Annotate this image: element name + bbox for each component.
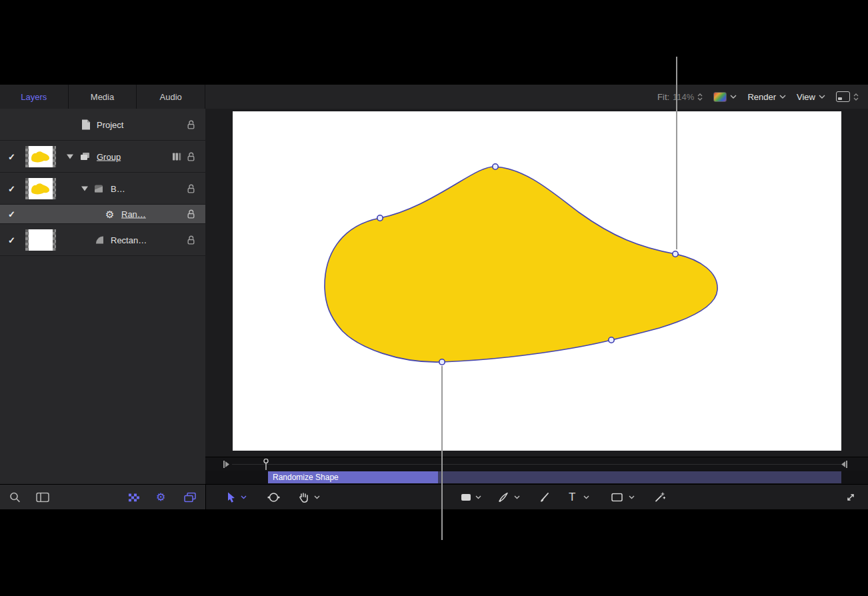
- tab-media[interactable]: Media: [69, 85, 137, 109]
- shape-tool-icon[interactable]: [461, 493, 471, 501]
- behavior-bar-selected[interactable]: Randomize Shape: [268, 471, 438, 483]
- layer-label-blob: B…: [111, 183, 125, 193]
- chevron-down-icon[interactable]: [475, 495, 481, 499]
- activation-checkbox[interactable]: ✓: [8, 209, 15, 219]
- chevron-down-icon[interactable]: [583, 495, 589, 499]
- zoom-control[interactable]: Fit: 114%: [657, 92, 703, 102]
- layer-row-blob[interactable]: ✓ B…: [0, 173, 205, 205]
- layout-stepper[interactable]: [853, 93, 859, 101]
- brush-tool-icon[interactable]: [539, 492, 549, 503]
- chevron-down-icon: [730, 95, 737, 99]
- disclosure-triangle[interactable]: [81, 186, 88, 191]
- callout-line-bottom: [441, 366, 443, 540]
- unlock-icon[interactable]: [187, 119, 195, 129]
- top-bar: Layers Media Audio Fit: 114% Render: [0, 85, 868, 109]
- fit-label: Fit:: [657, 92, 669, 102]
- chevron-down-icon[interactable]: [629, 495, 635, 499]
- color-channels-icon: [713, 92, 727, 102]
- disclosure-triangle[interactable]: [67, 154, 73, 159]
- control-point[interactable]: [377, 215, 383, 221]
- tab-audio[interactable]: Audio: [137, 85, 205, 109]
- mask-rect-tool-icon[interactable]: [611, 493, 623, 501]
- canvas[interactable]: [233, 111, 841, 451]
- canvas-artwork: [233, 111, 841, 451]
- project-file-icon: [81, 119, 91, 130]
- activation-checkbox[interactable]: ✓: [8, 183, 15, 193]
- window-layout-control[interactable]: [836, 91, 859, 102]
- unlock-icon[interactable]: [187, 209, 195, 219]
- clip-badge-icon: [172, 152, 181, 161]
- behavior-bar-label: Randomize Shape: [273, 473, 339, 482]
- playhead-marker[interactable]: [263, 459, 269, 471]
- toggle-behaviors-icon[interactable]: ⚙: [156, 492, 165, 503]
- behavior-bar-extension[interactable]: [438, 471, 841, 483]
- activation-checkbox[interactable]: ✓: [8, 235, 15, 245]
- control-point[interactable]: [609, 337, 614, 343]
- play-range-in-marker[interactable]: [223, 460, 231, 469]
- select-transform-tool-icon[interactable]: [226, 491, 236, 503]
- thumbnail-blob: [29, 149, 53, 165]
- canvas-toolbar: T: [206, 485, 868, 509]
- chevron-down-icon: [819, 95, 825, 99]
- callout-line-top: [676, 57, 677, 249]
- chevron-down-icon: [779, 95, 786, 99]
- canvas-background: [205, 109, 868, 457]
- control-point[interactable]: [493, 164, 498, 169]
- render-label: Render: [747, 92, 776, 102]
- timeline-track: [232, 464, 841, 465]
- view-label: View: [797, 92, 815, 102]
- chevron-down-icon[interactable]: [241, 495, 247, 499]
- window-layout-icon: [836, 91, 850, 102]
- unlock-icon[interactable]: [187, 235, 195, 245]
- layer-thumbnail: [25, 229, 56, 251]
- layer-thumbnail: [25, 178, 56, 199]
- blob-shape[interactable]: [325, 167, 717, 362]
- motion-app-window: Layers Media Audio Fit: 114% Render: [0, 85, 868, 509]
- shape-icon: [94, 184, 103, 193]
- layer-label-randomize[interactable]: Ran…: [121, 209, 146, 219]
- chevron-down-icon[interactable]: [514, 495, 520, 499]
- panel-layout-icon[interactable]: [36, 492, 49, 502]
- behavior-gear-icon: ⚙: [105, 209, 114, 219]
- layer-label-rectangle: Rectan…: [111, 235, 147, 245]
- render-menu[interactable]: Render: [747, 92, 786, 102]
- toggle-layers-icon[interactable]: [184, 492, 196, 502]
- channels-dropdown[interactable]: [713, 92, 737, 102]
- tab-audio-label: Audio: [160, 92, 182, 102]
- unlock-icon[interactable]: [187, 151, 195, 161]
- zoom-stepper[interactable]: [697, 93, 703, 101]
- view-menu[interactable]: View: [797, 92, 825, 102]
- layer-row-randomize-behavior[interactable]: ✓ ⚙ Ran…: [0, 205, 205, 224]
- orbit-3d-tool-icon[interactable]: [267, 491, 280, 503]
- chevron-down-icon[interactable]: [314, 495, 320, 499]
- toggle-checkerboard-icon[interactable]: [128, 493, 139, 501]
- tab-media-label: Media: [91, 92, 114, 102]
- layer-label-group[interactable]: Group: [97, 151, 121, 161]
- bottom-toolbar: ⚙: [0, 484, 868, 509]
- mini-timeline[interactable]: [205, 457, 868, 471]
- layers-panel-footer: ⚙: [0, 485, 206, 509]
- tab-layers[interactable]: Layers: [0, 85, 69, 109]
- play-range-out-marker[interactable]: [840, 460, 848, 469]
- control-point[interactable]: [439, 359, 445, 365]
- text-tool-icon[interactable]: T: [569, 491, 575, 504]
- control-point[interactable]: [673, 251, 678, 257]
- fullscreen-icon[interactable]: [845, 492, 856, 503]
- layer-thumbnail: [25, 146, 56, 167]
- canvas-view-controls: Fit: 114% Render View: [657, 85, 859, 109]
- layer-row-project[interactable]: Project: [0, 109, 205, 141]
- shape-icon: [95, 235, 105, 244]
- activation-checkbox[interactable]: ✓: [8, 151, 15, 161]
- wand-tool-icon[interactable]: [654, 492, 665, 503]
- layers-panel: Project ✓ Group: [0, 109, 206, 484]
- group-icon: [80, 152, 91, 161]
- hand-tool-icon[interactable]: [298, 491, 309, 503]
- tab-layers-label: Layers: [21, 92, 47, 102]
- timebar-strip: Randomize Shape: [205, 471, 868, 484]
- panel-tabs: Layers Media Audio: [0, 85, 205, 109]
- unlock-icon[interactable]: [187, 183, 195, 193]
- search-icon[interactable]: [9, 491, 21, 503]
- layer-row-group[interactable]: ✓ Group: [0, 141, 205, 173]
- layer-row-rectangle[interactable]: ✓ Rectan…: [0, 224, 205, 256]
- pen-tool-icon[interactable]: [498, 492, 509, 503]
